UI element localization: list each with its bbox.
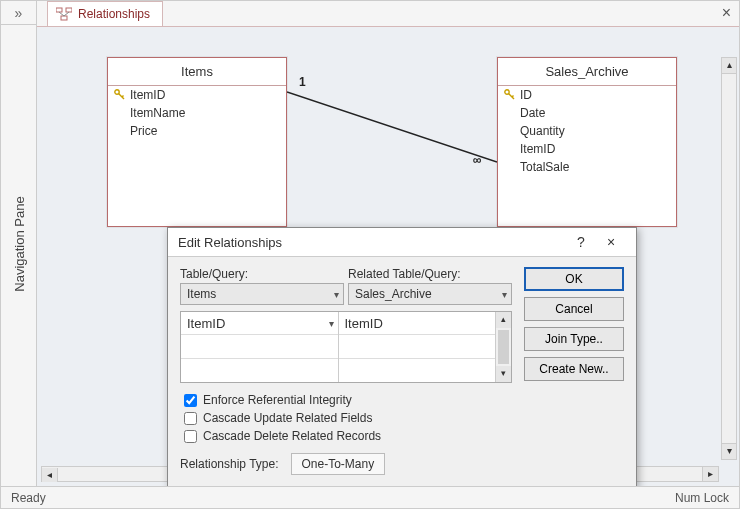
table-items-title: Items <box>108 58 286 86</box>
scroll-thumb[interactable] <box>498 330 509 364</box>
dialog-titlebar[interactable]: Edit Relationships ? × <box>168 228 636 257</box>
status-numlock: Num Lock <box>675 491 729 505</box>
field-quantity[interactable]: Quantity <box>498 122 676 140</box>
status-ready: Ready <box>11 491 46 505</box>
cardinality-one-label: 1 <box>299 75 306 89</box>
relationship-type-label: Relationship Type: <box>180 457 279 471</box>
left-field-cell[interactable]: ItemID ▾ <box>181 312 338 335</box>
svg-line-4 <box>64 12 69 16</box>
table-query-label: Table/Query: <box>180 267 344 281</box>
nav-pane-toggle[interactable]: » <box>1 1 36 25</box>
table-items[interactable]: Items ItemID ItemName Price <box>107 57 287 227</box>
table-sales-title: Sales_Archive <box>498 58 676 86</box>
status-bar: Ready Num Lock <box>1 486 739 508</box>
field-totalsale[interactable]: TotalSale <box>498 158 676 176</box>
scroll-up-icon[interactable]: ▴ <box>496 312 511 328</box>
tab-close-icon[interactable]: × <box>722 4 731 22</box>
grid-empty-cell[interactable] <box>181 359 338 382</box>
field-sales-itemid[interactable]: ItemID <box>498 140 676 158</box>
vertical-scrollbar[interactable]: ▴ ▾ <box>721 57 737 460</box>
field-item-id[interactable]: ItemID <box>108 86 286 104</box>
svg-line-11 <box>287 92 497 162</box>
relationship-type-value: One-To-Many <box>291 453 386 475</box>
fields-grid: ItemID ▾ ItemID ▴ <box>180 311 512 383</box>
grid-scrollbar[interactable]: ▴ ▾ <box>495 312 511 382</box>
svg-rect-2 <box>61 16 67 20</box>
svg-line-7 <box>122 96 124 98</box>
primary-key-icon <box>504 89 516 101</box>
scroll-down-icon[interactable]: ▾ <box>496 366 511 382</box>
cancel-button[interactable]: Cancel <box>524 297 624 321</box>
related-table-query-label: Related Table/Query: <box>348 267 512 281</box>
edit-relationships-dialog: Edit Relationships ? × Table/Query: Rela… <box>167 227 637 486</box>
scroll-right-icon[interactable]: ▸ <box>702 467 718 481</box>
ok-button[interactable]: OK <box>524 267 624 291</box>
table-query-combo[interactable]: Items ▾ <box>180 283 344 305</box>
svg-rect-0 <box>56 8 62 12</box>
cardinality-many-label: ∞ <box>473 153 482 167</box>
related-table-query-combo[interactable]: Sales_Archive ▾ <box>348 283 512 305</box>
scroll-up-icon[interactable]: ▴ <box>722 58 736 74</box>
chevron-down-icon: ▾ <box>502 289 507 300</box>
close-icon[interactable]: × <box>596 234 626 250</box>
field-sales-id[interactable]: ID <box>498 86 676 104</box>
grid-empty-cell[interactable] <box>339 359 496 382</box>
svg-rect-1 <box>66 8 72 12</box>
enforce-integrity-checkbox[interactable]: Enforce Referential Integrity <box>184 393 512 407</box>
chevron-down-icon: ▾ <box>334 289 339 300</box>
scroll-down-icon[interactable]: ▾ <box>722 443 736 459</box>
svg-line-3 <box>59 12 64 16</box>
grid-empty-cell[interactable] <box>181 335 338 358</box>
svg-line-10 <box>512 96 514 98</box>
join-type-button[interactable]: Join Type.. <box>524 327 624 351</box>
tab-label: Relationships <box>78 7 150 21</box>
dialog-title: Edit Relationships <box>178 235 282 250</box>
field-price[interactable]: Price <box>108 122 286 140</box>
tab-relationships[interactable]: Relationships <box>47 1 163 26</box>
scroll-left-icon[interactable]: ◂ <box>42 468 58 482</box>
field-date[interactable]: Date <box>498 104 676 122</box>
relationships-canvas[interactable]: Items ItemID ItemName Price Sales_Archiv… <box>37 27 739 486</box>
cascade-update-checkbox[interactable]: Cascade Update Related Fields <box>184 411 512 425</box>
relationship-line[interactable] <box>287 87 497 177</box>
nav-pane-label: Navigation Pane <box>11 196 26 291</box>
cascade-delete-checkbox[interactable]: Cascade Delete Related Records <box>184 429 512 443</box>
grid-empty-cell[interactable] <box>339 335 496 358</box>
relationships-icon <box>56 7 72 21</box>
table-sales-archive[interactable]: Sales_Archive ID Date Quantity ItemID To… <box>497 57 677 227</box>
primary-key-icon <box>114 89 126 101</box>
chevron-down-icon: ▾ <box>329 318 334 329</box>
right-field-cell[interactable]: ItemID <box>339 312 496 335</box>
navigation-pane: » Navigation Pane <box>1 1 37 486</box>
help-button[interactable]: ? <box>566 234 596 250</box>
tab-bar: Relationships × <box>37 1 739 27</box>
field-item-name[interactable]: ItemName <box>108 104 286 122</box>
create-new-button[interactable]: Create New.. <box>524 357 624 381</box>
